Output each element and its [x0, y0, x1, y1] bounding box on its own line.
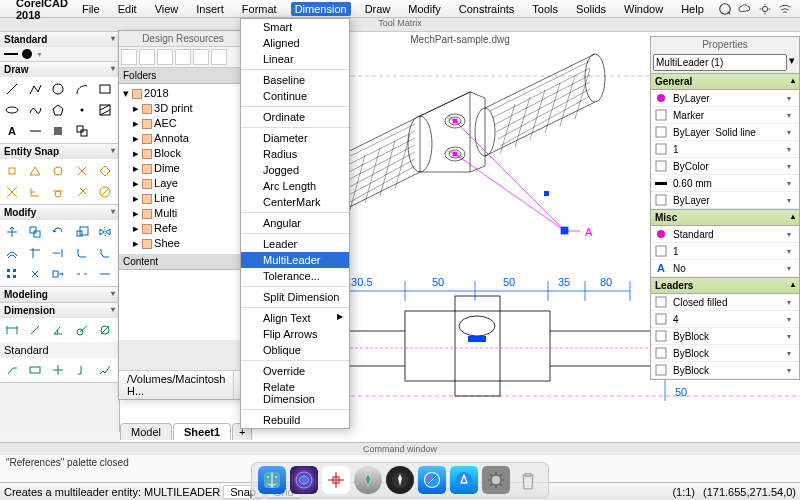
- group-dimension[interactable]: Dimension: [0, 303, 119, 318]
- quicktime-icon[interactable]: [718, 2, 732, 16]
- ellipse-tool[interactable]: [2, 100, 22, 120]
- join-tool[interactable]: [95, 264, 115, 284]
- menu-item-split-dimension[interactable]: Split Dimension: [241, 289, 349, 305]
- menu-item-baseline[interactable]: Baseline: [241, 72, 349, 88]
- menu-view[interactable]: View: [151, 2, 183, 16]
- menu-item-arc-length[interactable]: Arc Length: [241, 178, 349, 194]
- folder-tree[interactable]: ▾ 2018▸ 3D print▸ AEC▸ Annota▸ Block▸ Di…: [119, 84, 247, 254]
- dim-leader[interactable]: [2, 360, 22, 380]
- esnap-center[interactable]: [48, 161, 68, 181]
- menu-constraints[interactable]: Constraints: [455, 2, 519, 16]
- esnap-near[interactable]: [72, 182, 92, 202]
- explode-tool[interactable]: [25, 264, 45, 284]
- property-row[interactable]: ByLayer Solid line▾: [651, 124, 799, 141]
- tab-model[interactable]: Model: [120, 423, 172, 440]
- property-row[interactable]: ByBlock▾: [651, 362, 799, 379]
- esnap-node[interactable]: [72, 161, 92, 181]
- menu-item-tolerance-[interactable]: Tolerance...: [241, 268, 349, 284]
- rotate-tool[interactable]: [48, 222, 68, 242]
- dim-center[interactable]: [48, 360, 68, 380]
- scale-tool[interactable]: [72, 222, 92, 242]
- menu-item-smart[interactable]: Smart: [241, 19, 349, 35]
- block-tool[interactable]: [72, 121, 92, 141]
- move-tool[interactable]: [2, 222, 22, 242]
- res-up[interactable]: [157, 49, 173, 65]
- array-tool[interactable]: [2, 264, 22, 284]
- arc-tool[interactable]: [72, 79, 92, 99]
- menu-item-leader[interactable]: Leader: [241, 236, 349, 252]
- siri-icon[interactable]: [290, 466, 318, 494]
- menu-modify[interactable]: Modify: [404, 2, 444, 16]
- rect-tool[interactable]: [95, 79, 115, 99]
- systemprefs-icon[interactable]: [482, 466, 510, 494]
- menu-item-centermark[interactable]: CenterMark: [241, 194, 349, 210]
- point-tool[interactable]: [72, 100, 92, 120]
- property-row[interactable]: ByBlock▾: [651, 345, 799, 362]
- esnap-tan[interactable]: [48, 182, 68, 202]
- menu-item-flip-arrows[interactable]: Flip Arrows: [241, 326, 349, 342]
- menu-window[interactable]: Window: [620, 2, 667, 16]
- esnap-perp[interactable]: [25, 182, 45, 202]
- menu-item-jogged[interactable]: Jogged: [241, 162, 349, 178]
- ray-tool[interactable]: [25, 121, 45, 141]
- dim-aligned[interactable]: [25, 320, 45, 340]
- menu-insert[interactable]: Insert: [192, 2, 228, 16]
- spline-tool[interactable]: [25, 100, 45, 120]
- res-home[interactable]: [193, 49, 209, 65]
- menu-help[interactable]: Help: [677, 2, 708, 16]
- menu-item-continue[interactable]: Continue: [241, 88, 349, 104]
- dim-diameter[interactable]: [95, 320, 115, 340]
- menu-tools[interactable]: Tools: [528, 2, 562, 16]
- tree-item[interactable]: ▸ Block: [121, 146, 245, 161]
- property-row[interactable]: 1▾: [651, 141, 799, 158]
- tree-item[interactable]: ▸ AEC: [121, 116, 245, 131]
- dim-angular[interactable]: [48, 320, 68, 340]
- esnap-none[interactable]: [95, 182, 115, 202]
- polygon-tool[interactable]: [48, 100, 68, 120]
- section-leaders[interactable]: Leaders: [651, 277, 799, 294]
- menu-file[interactable]: File: [78, 2, 104, 16]
- tab-sheet1[interactable]: Sheet1: [173, 423, 231, 440]
- group-modeling[interactable]: Modeling: [0, 287, 119, 302]
- menu-item-linear[interactable]: Linear: [241, 51, 349, 67]
- property-row[interactable]: 1▾: [651, 243, 799, 260]
- circle-tool[interactable]: [48, 79, 68, 99]
- menu-item-radius[interactable]: Radius: [241, 146, 349, 162]
- res-back[interactable]: [121, 49, 137, 65]
- menu-item-angular[interactable]: Angular: [241, 215, 349, 231]
- group-esnap[interactable]: Entity Snap: [0, 144, 119, 159]
- finder-icon[interactable]: [258, 466, 286, 494]
- settings-icon[interactable]: [758, 2, 772, 16]
- property-row[interactable]: ByColor▾: [651, 158, 799, 175]
- tree-item[interactable]: ▸ Annota: [121, 131, 245, 146]
- esnap-mid[interactable]: [25, 161, 45, 181]
- tree-item[interactable]: ▸ Laye: [121, 176, 245, 191]
- group-draw[interactable]: Draw: [0, 62, 119, 77]
- text-tool[interactable]: A: [2, 121, 22, 141]
- menu-dimension[interactable]: Dimension: [291, 2, 351, 16]
- tree-item[interactable]: ▸ Line: [121, 191, 245, 206]
- tree-item[interactable]: ▸ Dime: [121, 161, 245, 176]
- offset-tool[interactable]: [2, 243, 22, 263]
- safari-icon[interactable]: [418, 466, 446, 494]
- polyline-tool[interactable]: [25, 79, 45, 99]
- appstore-icon[interactable]: [450, 466, 478, 494]
- chamfer-tool[interactable]: [95, 243, 115, 263]
- menu-item-align-text-[interactable]: Align Text: [241, 310, 349, 326]
- cloud-icon[interactable]: [738, 2, 752, 16]
- menu-item-ordinate[interactable]: Ordinate: [241, 109, 349, 125]
- menu-item-rebuild[interactable]: Rebuild: [241, 412, 349, 428]
- section-general[interactable]: General: [651, 73, 799, 90]
- menu-item-relate-dimension[interactable]: Relate Dimension: [241, 379, 349, 407]
- section-misc[interactable]: Misc: [651, 209, 799, 226]
- menu-item-diameter[interactable]: Diameter: [241, 130, 349, 146]
- line-tool[interactable]: [2, 79, 22, 99]
- dim-jogged[interactable]: [95, 360, 115, 380]
- corelcad-icon[interactable]: [322, 466, 350, 494]
- fillet-tool[interactable]: [72, 243, 92, 263]
- property-row[interactable]: ByBlock▾: [651, 328, 799, 345]
- bc-seg-0[interactable]: /Volumes/Macintosh H...: [119, 371, 234, 399]
- dim-tolerance[interactable]: [25, 360, 45, 380]
- res-view[interactable]: [211, 49, 227, 65]
- corel-icon[interactable]: [354, 466, 382, 494]
